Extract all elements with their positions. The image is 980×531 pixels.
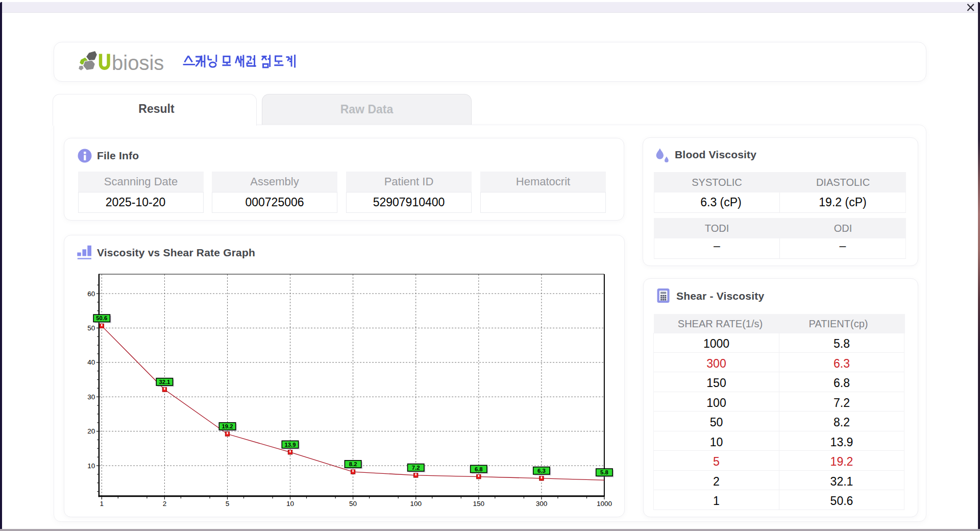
svg-text:150: 150 [473,500,485,508]
svg-text:7.2: 7.2 [412,465,420,471]
svg-text:2: 2 [163,500,167,508]
svg-text:60: 60 [87,290,95,298]
svg-text:300: 300 [536,500,548,508]
svg-text:10: 10 [87,462,95,470]
svg-text:50: 50 [87,324,95,332]
svg-text:20: 20 [87,427,95,435]
svg-text:10: 10 [286,500,294,508]
svg-text:30: 30 [87,393,95,401]
svg-text:8.2: 8.2 [349,461,357,467]
svg-text:1000: 1000 [597,500,612,508]
svg-text:50.6: 50.6 [96,315,107,321]
svg-text:32.1: 32.1 [159,379,170,385]
svg-text:19.2: 19.2 [222,423,233,429]
svg-text:40: 40 [87,358,95,366]
svg-text:5.8: 5.8 [600,469,608,475]
svg-text:5: 5 [226,500,230,508]
svg-text:1: 1 [100,500,104,508]
svg-text:6.8: 6.8 [475,466,483,472]
svg-text:13.9: 13.9 [285,442,296,448]
svg-text:6.3: 6.3 [537,468,546,474]
svg-text:50: 50 [349,500,357,508]
svg-text:100: 100 [410,500,422,508]
